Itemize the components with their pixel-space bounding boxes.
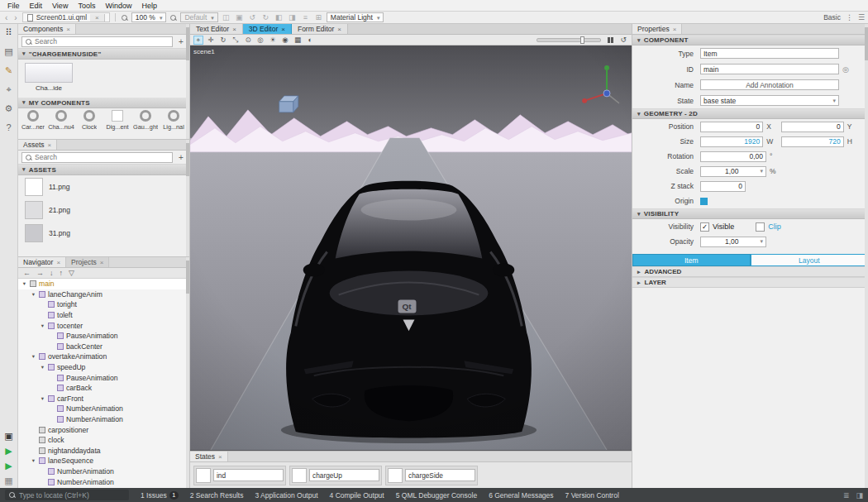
state-name-input[interactable]: chargeUp	[309, 469, 379, 481]
style-select[interactable]: Default	[180, 12, 217, 22]
state-card[interactable]: ind	[193, 466, 286, 485]
menu-file[interactable]: File	[2, 2, 25, 10]
component-item[interactable]: Cha...nu4	[48, 110, 74, 131]
properties-scrollbar[interactable]	[865, 24, 868, 488]
statusbar-pane[interactable]: 1 Issues1	[141, 491, 179, 500]
chevron-down-icon[interactable]: ▾	[40, 323, 45, 329]
move-down-icon[interactable]: ↓	[50, 269, 54, 277]
statusbar-pane[interactable]: 2 Search Results	[190, 491, 244, 500]
section-component[interactable]: COMPONENT	[632, 35, 868, 45]
state-name-input[interactable]: chargeSide	[405, 469, 475, 481]
tree-item-numberanimation[interactable]: NumberAnimation	[18, 414, 189, 425]
build-icon[interactable]: ▦	[4, 476, 12, 485]
split-vertical-icon[interactable]: ◨	[288, 13, 297, 22]
state-select[interactable]: base state	[700, 95, 839, 106]
add-component-button[interactable]: +	[176, 37, 186, 46]
tree-item-clock[interactable]: clock	[18, 435, 189, 446]
grid-view-icon[interactable]: ⊞	[314, 13, 323, 22]
add-annotation-button[interactable]: Add Annotation	[700, 79, 839, 90]
debug-run-icon[interactable]: ▶	[5, 461, 12, 471]
tab-layout[interactable]: Layout	[751, 254, 868, 266]
tab-item[interactable]: Item	[632, 254, 751, 266]
tab-assets[interactable]: Assets	[18, 140, 57, 150]
tree-item-lanechangeanim[interactable]: ▾laneChangeAnim	[18, 289, 189, 300]
opacity-input[interactable]: 1,00	[700, 237, 766, 247]
locator-field[interactable]: Type to locate (Ctrl+K)	[5, 490, 129, 500]
menu-tools[interactable]: Tools	[73, 2, 100, 10]
tab-text-editor[interactable]: Text Editor	[190, 24, 243, 34]
component-item[interactable]: Clock	[76, 110, 103, 131]
close-icon[interactable]	[218, 453, 222, 461]
assets-scrollbar[interactable]	[186, 140, 189, 256]
id-export-icon[interactable]: ◎	[842, 65, 849, 74]
progress-icon[interactable]: ◨	[856, 491, 863, 500]
zoom-in-icon[interactable]	[169, 14, 177, 22]
component-item[interactable]: Gau...ght	[132, 110, 159, 131]
section-visibility[interactable]: VISIBILITY	[632, 208, 868, 219]
clip-checkbox[interactable]	[756, 222, 765, 232]
assets-search[interactable]	[21, 152, 173, 163]
navigator-scrollbar[interactable]	[186, 257, 189, 488]
type-input[interactable]: Item	[700, 48, 839, 59]
tab-navigator[interactable]: Navigator	[18, 257, 66, 267]
id-input[interactable]: main	[700, 64, 839, 74]
state-name-input[interactable]: ind	[213, 469, 284, 481]
statusbar-pane[interactable]: 4 Compile Output	[330, 491, 384, 500]
components-scrollbar[interactable]	[186, 24, 189, 139]
close-icon[interactable]	[281, 25, 285, 33]
menu-window[interactable]: Window	[100, 2, 136, 10]
state-card[interactable]: chargeSide	[385, 466, 478, 485]
3d-viewport[interactable]: Qt scene1	[190, 45, 632, 451]
statusbar-pane[interactable]: 3 Application Output	[255, 491, 317, 500]
component-item[interactable]: Lig...nal	[160, 110, 187, 131]
camera-gizmo[interactable]	[279, 96, 298, 112]
tree-item-backcenter[interactable]: backCenter	[18, 342, 189, 352]
components-section2-header[interactable]: MY COMPONENTS	[18, 98, 189, 108]
timeline-scrubber[interactable]	[537, 38, 601, 42]
statusbar-pane[interactable]: 7 Version Control	[565, 491, 619, 500]
nav-forward-icon[interactable]: ›	[12, 13, 18, 22]
open-document-tab[interactable]: Screen01.ui.qml	[22, 12, 110, 22]
local-global-toggle-icon[interactable]: ◎	[255, 36, 265, 45]
tab-properties[interactable]: Properties	[632, 24, 682, 34]
tree-item-toleft[interactable]: toleft	[18, 310, 189, 321]
scale-tool-icon[interactable]: ⤡	[231, 36, 241, 45]
undo-icon[interactable]: ↺	[248, 13, 257, 22]
tree-item-speedup[interactable]: ▾speedUp	[18, 362, 189, 373]
scale-input[interactable]: 1,00	[700, 166, 766, 177]
close-icon[interactable]	[337, 25, 341, 33]
apps-grid-icon[interactable]: ⠿	[5, 28, 12, 37]
asset-item[interactable]: 21.png	[18, 198, 189, 222]
state-card[interactable]: chargeUp	[289, 466, 382, 485]
copy-icon[interactable]: ◫	[222, 13, 231, 22]
components-search-input[interactable]	[35, 37, 169, 45]
tab-components[interactable]: Components	[18, 24, 76, 34]
chevron-down-icon[interactable]: ▾	[40, 364, 45, 371]
arrow-left-icon[interactable]: ←	[23, 269, 31, 277]
settings-gear-icon[interactable]: ⚙	[5, 104, 13, 113]
move-tool-icon[interactable]: ✛	[206, 36, 216, 45]
chevron-down-icon[interactable]: ▾	[21, 280, 27, 287]
scrubber-handle[interactable]	[580, 36, 584, 44]
size-h-input[interactable]: 720	[781, 136, 844, 147]
move-up-icon[interactable]: ↑	[60, 269, 64, 277]
edit-light-icon[interactable]: ☀	[268, 36, 278, 45]
tree-item-lanesequence[interactable]: ▾laneSequence	[18, 456, 189, 466]
zoom-level-select[interactable]: 100 %	[131, 12, 167, 22]
target-icon[interactable]: ⌖	[6, 85, 11, 94]
chevron-down-icon[interactable]: ▾	[31, 457, 36, 464]
tree-item-numberanimation[interactable]: NumberAnimation	[18, 476, 189, 487]
tree-item-carpositioner[interactable]: carpositioner	[18, 424, 189, 435]
tree-item-toright[interactable]: toright	[18, 299, 189, 310]
chevron-down-icon[interactable]: ▾	[31, 353, 36, 360]
size-w-input[interactable]: 1920	[700, 136, 763, 147]
tree-item-numberanimation[interactable]: NumberAnimation	[18, 404, 189, 414]
position-y-input[interactable]: 0	[781, 122, 844, 132]
close-document-icon[interactable]	[95, 14, 99, 22]
reset-view-icon[interactable]: ↺	[620, 36, 627, 44]
kebab-menu-icon[interactable]: ⋮	[846, 13, 853, 22]
close-icon[interactable]	[56, 259, 60, 266]
origin-selector[interactable]	[700, 198, 708, 205]
redo-icon[interactable]: ↻	[261, 13, 270, 22]
section-advanced[interactable]: ADVANCED	[632, 266, 868, 277]
